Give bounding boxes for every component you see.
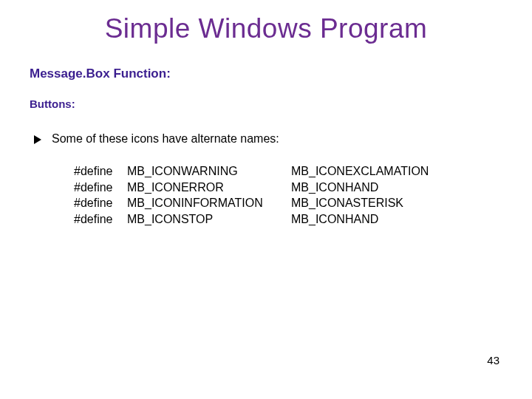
define-keyword: #define bbox=[74, 211, 127, 228]
slide-title: Simple Windows Program bbox=[30, 13, 502, 44]
define-value: MB_ICONEXCLAMATION bbox=[291, 163, 429, 180]
define-value: MB_ICONHAND bbox=[291, 211, 378, 228]
define-value: MB_ICONASTERISK bbox=[291, 195, 403, 211]
page-number: 43 bbox=[487, 354, 499, 366]
arrow-right-icon bbox=[34, 135, 41, 144]
define-value: MB_ICONHAND bbox=[291, 180, 378, 196]
defines-block: #define MB_ICONWARNING MB_ICONEXCLAMATIO… bbox=[74, 163, 502, 227]
bullet-text: Some of these icons have alternate names… bbox=[52, 132, 279, 146]
define-name: MB_ICONSTOP bbox=[127, 211, 291, 228]
bullet-item: Some of these icons have alternate names… bbox=[30, 132, 502, 146]
define-name: MB_ICONINFORMATION bbox=[127, 195, 291, 211]
define-keyword: #define bbox=[74, 180, 127, 196]
define-keyword: #define bbox=[74, 163, 127, 180]
define-row: #define MB_ICONINFORMATION MB_ICONASTERI… bbox=[74, 195, 502, 211]
define-name: MB_ICONERROR bbox=[127, 180, 291, 196]
define-row: #define MB_ICONSTOP MB_ICONHAND bbox=[74, 211, 502, 228]
define-keyword: #define bbox=[74, 195, 127, 211]
define-name: MB_ICONWARNING bbox=[127, 163, 291, 180]
define-row: #define MB_ICONERROR MB_ICONHAND bbox=[74, 180, 502, 196]
function-subtitle: Message.Box Function: bbox=[30, 66, 502, 81]
define-row: #define MB_ICONWARNING MB_ICONEXCLAMATIO… bbox=[74, 163, 502, 180]
buttons-section-label: Buttons: bbox=[30, 98, 502, 110]
